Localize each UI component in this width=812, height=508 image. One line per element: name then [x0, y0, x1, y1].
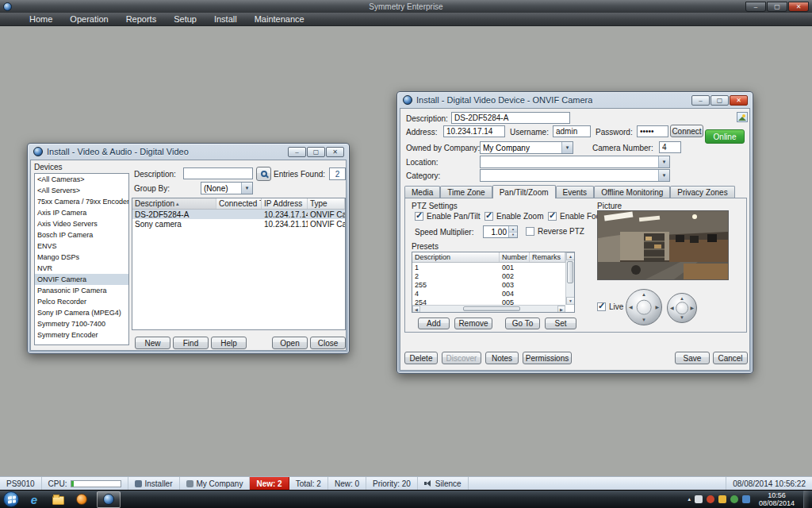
menu-item-setup[interactable]: Setup: [165, 13, 205, 25]
device-type-item[interactable]: Mango DSPs: [35, 252, 128, 263]
speed-multiplier-stepper[interactable]: ▲ ▼: [483, 225, 518, 238]
find-button[interactable]: Find: [173, 337, 209, 349]
window-maximize-button[interactable]: ▢: [307, 147, 325, 157]
device-type-item[interactable]: <All Cameras>: [35, 174, 128, 185]
window-close-button[interactable]: ✕: [730, 95, 748, 106]
menu-item-install[interactable]: Install: [205, 13, 246, 25]
goto-preset-button[interactable]: Go To: [505, 318, 540, 329]
device-type-item[interactable]: <All Servers>: [35, 185, 128, 196]
description-filter-input[interactable]: [183, 167, 253, 179]
symmetry-task-button[interactable]: [97, 491, 121, 508]
scroll-left-icon[interactable]: ◀: [412, 306, 420, 313]
device-type-item[interactable]: NVR: [35, 263, 128, 274]
group-by-select[interactable]: (None) ▾: [201, 182, 253, 194]
preset-row[interactable]: 4 004: [412, 289, 574, 298]
column-header-description[interactable]: Description: [412, 252, 500, 262]
device-type-item[interactable]: 75xx Camera / 79xx Encoder (HD): [35, 196, 128, 207]
start-button[interactable]: [3, 491, 19, 507]
preset-row[interactable]: 2 002: [412, 271, 574, 280]
cancel-button[interactable]: Cancel: [713, 352, 748, 364]
device-type-item[interactable]: ENVS: [35, 241, 128, 252]
silence-button[interactable]: Silence: [418, 477, 469, 490]
app-titlebar[interactable]: Symmetry Enterprise – ▢ ✕: [0, 0, 812, 13]
help-button[interactable]: Help: [211, 337, 247, 349]
device-type-item-selected[interactable]: ONVIF Camera: [35, 274, 128, 285]
search-button[interactable]: [256, 167, 271, 181]
show-desktop-button[interactable]: [803, 491, 809, 508]
media-taskbar-icon[interactable]: [73, 491, 90, 507]
reverse-ptz-checkbox[interactable]: Reverse PTZ: [526, 227, 584, 236]
delete-button[interactable]: Delete: [404, 352, 438, 364]
tab-privacy-zones[interactable]: Privacy Zones: [670, 186, 734, 198]
discover-button[interactable]: Discover: [442, 352, 481, 364]
device-detail-titlebar[interactable]: Install - Digital Video Device - ONVIF C…: [397, 92, 753, 108]
category-select[interactable]: ▾: [480, 169, 670, 182]
menu-item-operation[interactable]: Operation: [61, 13, 117, 25]
device-type-item[interactable]: Bosch IP Camera: [35, 229, 128, 241]
app-close-button[interactable]: ✕: [788, 2, 809, 12]
column-header-remarks[interactable]: Remarks: [530, 252, 565, 262]
tab-pan-tilt-zoom[interactable]: Pan/Tilt/Zoom: [492, 185, 556, 198]
explorer-taskbar-icon[interactable]: [49, 491, 67, 507]
live-checkbox[interactable]: Live: [597, 302, 623, 311]
vertical-scrollbar[interactable]: ▲ ▼: [565, 252, 574, 305]
connect-button[interactable]: Connect: [670, 125, 703, 137]
preset-row[interactable]: 255 003: [412, 280, 574, 289]
speed-multiplier-input[interactable]: [484, 226, 508, 237]
column-header-description[interactable]: Description ▴: [132, 198, 216, 209]
alarm-new-badge[interactable]: New: 2: [250, 477, 289, 490]
permissions-button[interactable]: Permissions: [523, 352, 572, 364]
tray-icon[interactable]: [730, 495, 738, 503]
spin-down-icon[interactable]: ▼: [509, 233, 517, 238]
column-header-type[interactable]: Type: [308, 198, 345, 209]
menu-item-home[interactable]: Home: [21, 13, 61, 25]
tab-time-zone[interactable]: Time Zone: [440, 186, 492, 198]
tray-icon[interactable]: [695, 495, 703, 503]
tray-icon[interactable]: [718, 495, 726, 503]
enable-pan-tilt-checkbox[interactable]: Enable Pan/Tilt: [415, 212, 480, 221]
tab-events[interactable]: Events: [556, 186, 595, 198]
device-type-item[interactable]: Sony IP Camera (MPEG4): [35, 307, 128, 318]
device-type-item[interactable]: Axis IP Camera: [35, 207, 128, 218]
horizontal-scrollbar[interactable]: ◀ ▶: [412, 305, 565, 312]
tab-media[interactable]: Media: [404, 186, 440, 198]
enable-zoom-checkbox[interactable]: Enable Zoom: [485, 212, 543, 221]
preset-row[interactable]: 1 001: [412, 263, 574, 271]
app-minimize-button[interactable]: –: [745, 2, 766, 12]
device-type-item[interactable]: Axis Video Servers: [35, 218, 128, 229]
menu-item-maintenance[interactable]: Maintenance: [246, 13, 313, 25]
save-button[interactable]: Save: [675, 352, 710, 364]
tray-icon[interactable]: [707, 495, 714, 503]
new-button[interactable]: New: [135, 337, 170, 349]
device-type-item[interactable]: Pelco Recorder: [35, 296, 128, 307]
window-close-button[interactable]: ✕: [326, 147, 344, 157]
notes-button[interactable]: Notes: [485, 352, 519, 364]
pan-tilt-control-pad[interactable]: ▲ ▼ ◀ ▶: [626, 289, 662, 325]
password-input[interactable]: [637, 125, 668, 137]
device-type-item[interactable]: Panasonic IP Camera: [35, 285, 128, 296]
taskbar-clock[interactable]: 10:56 08/08/2014: [754, 491, 799, 507]
spin-up-icon[interactable]: ▲: [509, 226, 517, 233]
app-restore-button[interactable]: ▢: [767, 2, 787, 12]
tray-icon[interactable]: [742, 495, 750, 503]
address-input[interactable]: [443, 125, 505, 137]
device-type-item[interactable]: Symmetry 7100-7400: [35, 318, 128, 329]
remove-preset-button[interactable]: Remove: [454, 318, 492, 329]
online-status-button[interactable]: Online: [705, 129, 745, 144]
device-type-item[interactable]: Symmetry Encoder: [35, 329, 128, 341]
window-minimize-button[interactable]: –: [691, 95, 710, 106]
tab-offline-monitoring[interactable]: Offline Monitoring: [594, 186, 670, 198]
location-select[interactable]: ▾: [480, 156, 670, 168]
scrollbar-thumb[interactable]: [463, 306, 520, 311]
owned-by-company-select[interactable]: My Company ▾: [480, 141, 573, 154]
add-preset-button[interactable]: Add: [418, 318, 450, 329]
scrollbar-thumb[interactable]: [567, 261, 573, 283]
menu-item-reports[interactable]: Reports: [117, 13, 166, 25]
description-input[interactable]: [451, 112, 570, 124]
table-row[interactable]: Sony camera 10.234.21.117 ONVIF Camera: [132, 219, 345, 229]
browser-taskbar-icon[interactable]: e: [25, 491, 43, 507]
scroll-up-icon[interactable]: ▲: [566, 252, 575, 260]
device-list-titlebar[interactable]: Install - Video & Audio - Digital Video …: [28, 144, 349, 160]
zoom-focus-control-pad[interactable]: ▲ ▼ ◀ ▶: [667, 293, 697, 323]
set-preset-button[interactable]: Set: [545, 318, 576, 329]
